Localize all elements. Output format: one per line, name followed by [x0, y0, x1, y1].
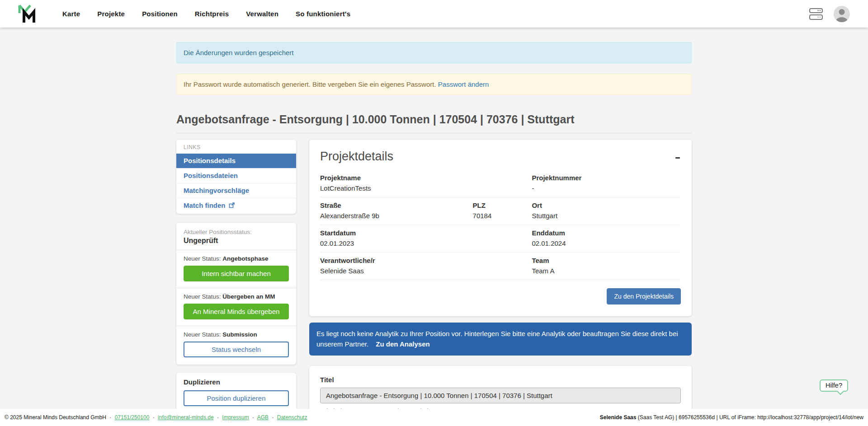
field-startdatum: Startdatum 02.01.2023 [320, 229, 532, 247]
new-status-value: Angebotsphase [222, 255, 268, 262]
field-label: Ort [532, 201, 676, 209]
make-visible-internally-button[interactable]: Intern sichtbar machen [184, 266, 289, 281]
top-navbar: Karte Projekte Positionen Richtpreis Ver… [0, 0, 868, 28]
new-status-line: Neuer Status: Übergeben an MM [184, 293, 289, 300]
footer-user-details: (Saas Test AG) | 69576255536d | URL of i… [636, 414, 863, 421]
field-label: Startdatum [320, 229, 527, 237]
sidebar-item-positionsdetails[interactable]: Positionsdetails [176, 154, 296, 168]
nav-item-projekte[interactable]: Projekte [97, 10, 125, 18]
footer-separator: · [252, 414, 254, 421]
handover-to-mineral-minds-button[interactable]: An Mineral Minds übergeben [184, 304, 289, 319]
footer-phone-link[interactable]: 07151/250100 [115, 414, 150, 421]
titel-input[interactable] [320, 388, 681, 403]
field-value: LotCreationTests [320, 184, 527, 192]
sidebar-item-match-finden[interactable]: Match finden [176, 198, 296, 213]
analytics-banner: Es liegt noch keine Analytik zu Ihrer Po… [309, 323, 692, 356]
field-value: - [532, 184, 676, 192]
sidebar: LINKS Positionsdetails Positionsdateien … [176, 140, 296, 426]
new-status-value: Übergeben an MM [222, 293, 275, 300]
field-label: Projektnummer [532, 174, 676, 182]
project-details-card: Projektdetails Projektname LotCreationTe… [309, 140, 692, 316]
nav-item-richtpreis[interactable]: Richtpreis [195, 10, 229, 18]
current-status-label: Aktueller Positionsstatus: [184, 229, 289, 235]
footer-separator: · [109, 414, 111, 421]
alert-changes-saved: Die Änderungen wurden gespeichert [176, 42, 692, 63]
change-password-link[interactable]: Passwort ändern [438, 80, 489, 88]
nav-item-karte[interactable]: Karte [62, 10, 80, 18]
footer-separator: · [153, 414, 155, 421]
user-avatar[interactable] [834, 6, 850, 22]
field-enddatum: Enddatum 02.01.2024 [532, 229, 681, 247]
alert-warning-text: Ihr Passwort wurde automatisch generiert… [184, 80, 436, 88]
current-status-value: Ungeprüft [184, 237, 289, 245]
field-plz: PLZ 70184 [473, 201, 532, 220]
footer-separator: · [217, 414, 219, 421]
new-status-prefix: Neuer Status: [184, 293, 222, 300]
field-value: Team A [532, 267, 676, 275]
nav-item-so-funktionierts[interactable]: So funktioniert's [296, 10, 350, 18]
footer-agb-link[interactable]: AGB [257, 414, 269, 421]
project-row: Straße Alexanderstraße 9b PLZ 70184 Ort … [320, 197, 681, 225]
new-status-line: Neuer Status: Submission [184, 331, 289, 338]
duplicate-card-title: Duplizieren [184, 378, 289, 386]
go-to-project-details-button[interactable]: Zu den Projektdetails [607, 288, 681, 304]
server-icon-row [809, 8, 823, 14]
project-row: Startdatum 02.01.2023 Enddatum 02.01.202… [320, 225, 681, 253]
footer-user-name: Selenide Saas [600, 414, 637, 421]
field-value: Alexanderstraße 9b [320, 212, 468, 220]
status-card: Aktueller Positionsstatus: Ungeprüft Neu… [176, 223, 296, 365]
field-label: Team [532, 257, 676, 264]
server-icon-row [809, 14, 823, 20]
switch-status-button[interactable]: Status wechseln [184, 342, 289, 357]
footer-separator: · [272, 414, 274, 421]
project-row: Projektname LotCreationTests Projektnumm… [320, 170, 681, 197]
field-value: 02.01.2023 [320, 239, 527, 247]
sidebar-item-label: Matchingvorschläge [184, 187, 249, 194]
titel-label: Titel [320, 376, 681, 384]
duplicate-position-button[interactable]: Position duplizieren [184, 390, 289, 406]
sidebar-item-matchingvorschlaege[interactable]: Matchingvorschläge [176, 183, 296, 198]
project-row: Verantwortliche/r Selenide Saas Team Tea… [320, 253, 681, 280]
sidebar-item-label: Match finden [184, 201, 226, 209]
field-projektnummer: Projektnummer - [532, 174, 681, 192]
collapse-icon[interactable] [671, 153, 681, 163]
divider [176, 288, 296, 288]
sidebar-item-label: Positionsdetails [184, 157, 236, 164]
field-value: 02.01.2024 [532, 239, 676, 247]
sidebar-item-positionsdateien[interactable]: Positionsdateien [176, 168, 296, 183]
server-icon[interactable] [809, 8, 823, 20]
field-value: Stuttgart [532, 212, 676, 220]
nav-item-positionen[interactable]: Positionen [142, 10, 178, 18]
mineral-minds-logo-icon[interactable] [18, 4, 39, 24]
new-status-prefix: Neuer Status: [184, 331, 222, 338]
field-value: Selenide Saas [320, 267, 527, 275]
alert-password-generated: Ihr Passwort wurde automatisch generiert… [176, 74, 692, 95]
footer-user-info: Selenide Saas (Saas Test AG) | 695762555… [600, 414, 863, 421]
go-to-analyses-link[interactable]: Zu den Analysen [376, 340, 429, 348]
analytics-banner-text: Es liegt noch keine Analytik zu Ihrer Po… [316, 330, 678, 348]
field-label: PLZ [473, 201, 528, 209]
alert-info-text: Die Änderungen wurden gespeichert [184, 49, 294, 56]
field-verantwortliche: Verantwortliche/r Selenide Saas [320, 257, 532, 275]
footer: © 2025 Mineral Minds Deutschland GmbH · … [0, 409, 868, 426]
footer-datenschutz-link[interactable]: Datenschutz [277, 414, 307, 421]
page-title: Angebotsanfrage - Entsorgung | 10.000 To… [176, 113, 692, 133]
nav-item-verwalten[interactable]: Verwalten [246, 10, 278, 18]
field-projektname: Projektname LotCreationTests [320, 174, 532, 192]
duplicate-card: Duplizieren Position duplizieren [176, 373, 296, 413]
footer-left: © 2025 Mineral Minds Deutschland GmbH · … [5, 414, 307, 421]
footer-impressum-link[interactable]: Impressum [222, 414, 249, 421]
field-strasse: Straße Alexanderstraße 9b [320, 201, 473, 220]
divider [176, 326, 296, 326]
help-button[interactable]: Hilfe? [820, 379, 848, 392]
links-card-title: LINKS [176, 140, 296, 154]
field-value: 70184 [473, 212, 528, 220]
field-team: Team Team A [532, 257, 681, 275]
field-label: Verantwortliche/r [320, 257, 527, 264]
new-status-prefix: Neuer Status: [184, 255, 222, 262]
sidebar-item-label: Positionsdateien [184, 172, 238, 179]
field-label: Straße [320, 201, 468, 209]
field-ort: Ort Stuttgart [532, 201, 681, 220]
footer-email-link[interactable]: info@mineral-minds.de [158, 414, 214, 421]
project-details-title: Projektdetails [320, 150, 393, 164]
